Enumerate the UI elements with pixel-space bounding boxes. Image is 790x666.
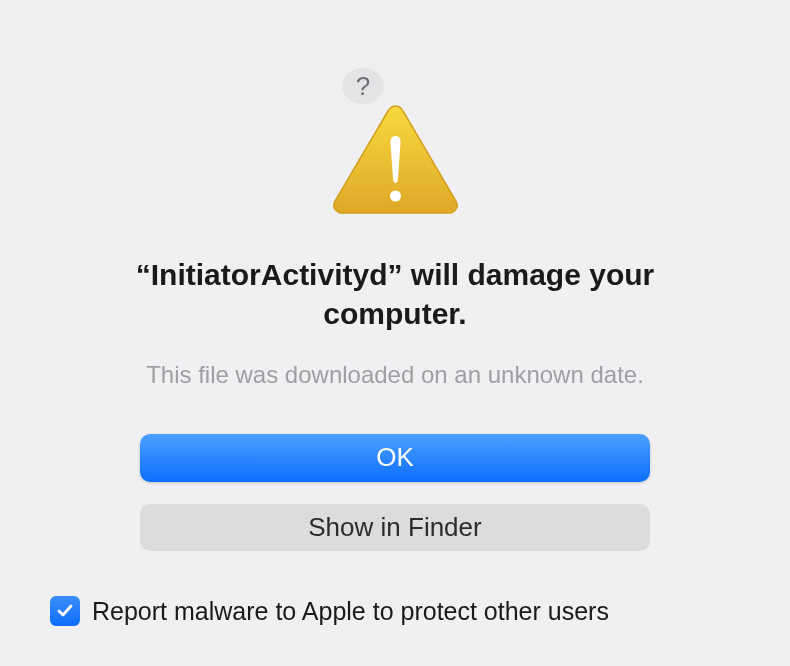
- warning-icon: [328, 101, 463, 225]
- alert-dialog: ? “InitiatorActivityd” will damage your …: [10, 10, 780, 656]
- checkmark-icon: [55, 601, 75, 621]
- help-icon: ?: [356, 71, 370, 102]
- ok-button[interactable]: OK: [140, 434, 650, 481]
- show-in-finder-button[interactable]: Show in Finder: [140, 504, 650, 551]
- svg-point-0: [390, 191, 401, 202]
- dialog-subtitle: This file was downloaded on an unknown d…: [146, 361, 644, 389]
- help-button[interactable]: ?: [342, 68, 384, 104]
- report-malware-label: Report malware to Apple to protect other…: [92, 597, 609, 626]
- dialog-title: “InitiatorActivityd” will damage your co…: [95, 255, 695, 333]
- report-malware-checkbox[interactable]: [50, 596, 80, 626]
- report-malware-row: Report malware to Apple to protect other…: [50, 596, 609, 626]
